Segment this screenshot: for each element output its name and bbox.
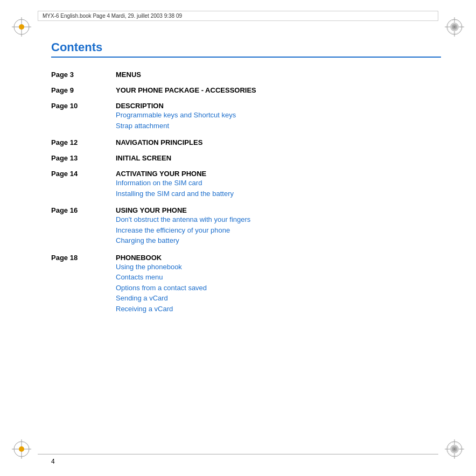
- toc-row: Page 16USING YOUR PHONEDon't obstruct th…: [51, 204, 441, 251]
- toc-content-cell: PHONEBOOKUsing the phonebookContacts men…: [116, 251, 441, 320]
- toc-sub-item: Contacts menu: [116, 272, 441, 283]
- toc-sub-item: Programmable keys and Shortcut keys: [116, 110, 441, 121]
- toc-heading: ACTIVATING YOUR PHONE: [116, 170, 441, 178]
- toc-content-cell: ACTIVATING YOUR PHONEInformation on the …: [116, 167, 441, 204]
- toc-sub-item: Charging the battery: [116, 235, 441, 246]
- header-text: MYX-6 English.book Page 4 Mardi, 29. jui…: [43, 13, 182, 19]
- toc-page-label: Page 16: [51, 204, 116, 251]
- toc-page-label: Page 14: [51, 167, 116, 204]
- toc-page-label: Page 18: [51, 251, 116, 320]
- page-title: Contents: [51, 40, 441, 54]
- toc-sub-item: Installing the SIM card and the battery: [116, 188, 441, 199]
- corner-mark-br: [444, 438, 465, 460]
- toc-heading: NAVIGATION PRINCIPLES: [116, 138, 441, 146]
- toc-row: Page 12NAVIGATION PRINCIPLES: [51, 136, 441, 152]
- toc-page-label: Page 3: [51, 68, 116, 84]
- toc-sub-item: Sending a vCard: [116, 293, 441, 304]
- svg-point-3: [19, 24, 24, 30]
- toc-sub-item: Using the phonebook: [116, 262, 441, 272]
- toc-sub-item: Strap attachment: [116, 121, 441, 131]
- svg-point-21: [453, 448, 456, 450]
- toc-content-cell: INITIAL SCREEN: [116, 152, 441, 167]
- header-bar: MYX-6 English.book Page 4 Mardi, 29. jui…: [38, 11, 438, 21]
- toc-sub-item: Don't obstruct the antenna with your fin…: [116, 214, 441, 225]
- toc-row: Page 13INITIAL SCREEN: [51, 152, 441, 167]
- svg-point-14: [19, 446, 24, 452]
- toc-row: Page 18PHONEBOOKUsing the phonebookConta…: [51, 251, 441, 320]
- toc-content-cell: MENUS: [116, 68, 441, 84]
- toc-heading: USING YOUR PHONE: [116, 206, 441, 214]
- toc-sub-item: Options from a contact saved: [116, 283, 441, 293]
- toc-row: Page 10DESCRIPTIONProgrammable keys and …: [51, 100, 441, 136]
- toc-content-cell: DESCRIPTIONProgrammable keys and Shortcu…: [116, 100, 441, 136]
- toc-sub-item: Receiving a vCard: [116, 304, 441, 314]
- toc-row: Page 9YOUR PHONE PACKAGE - ACCESSORIES: [51, 84, 441, 100]
- toc-page-label: Page 9: [51, 84, 116, 100]
- page-number: 4: [51, 458, 55, 465]
- toc-row: Page 14ACTIVATING YOUR PHONEInformation …: [51, 167, 441, 204]
- corner-mark-bl: [11, 438, 32, 460]
- toc-row: Page 3MENUS: [51, 68, 441, 84]
- toc-page-label: Page 13: [51, 152, 116, 167]
- toc-sub-item: Increase the efficiency of your phone: [116, 225, 441, 236]
- toc-heading: YOUR PHONE PACKAGE - ACCESSORIES: [116, 86, 441, 94]
- toc-heading: INITIAL SCREEN: [116, 154, 441, 162]
- corner-mark-tr: [444, 16, 465, 38]
- toc-page-label: Page 10: [51, 100, 116, 136]
- svg-point-10: [453, 26, 456, 28]
- main-content: Contents Page 3MENUSPage 9YOUR PHONE PAC…: [51, 40, 441, 444]
- corner-mark-tl: [11, 16, 32, 38]
- toc-content-cell: USING YOUR PHONEDon't obstruct the anten…: [116, 204, 441, 251]
- toc-content-cell: YOUR PHONE PACKAGE - ACCESSORIES: [116, 84, 441, 100]
- toc-table: Page 3MENUSPage 9YOUR PHONE PACKAGE - AC…: [51, 68, 441, 319]
- toc-heading: MENUS: [116, 71, 441, 79]
- title-divider: [51, 57, 441, 58]
- toc-content-cell: NAVIGATION PRINCIPLES: [116, 136, 441, 152]
- toc-sub-item: Information on the SIM card: [116, 178, 441, 188]
- toc-heading: PHONEBOOK: [116, 254, 441, 262]
- toc-page-label: Page 12: [51, 136, 116, 152]
- bottom-rule: [38, 454, 438, 454]
- toc-heading: DESCRIPTION: [116, 102, 441, 110]
